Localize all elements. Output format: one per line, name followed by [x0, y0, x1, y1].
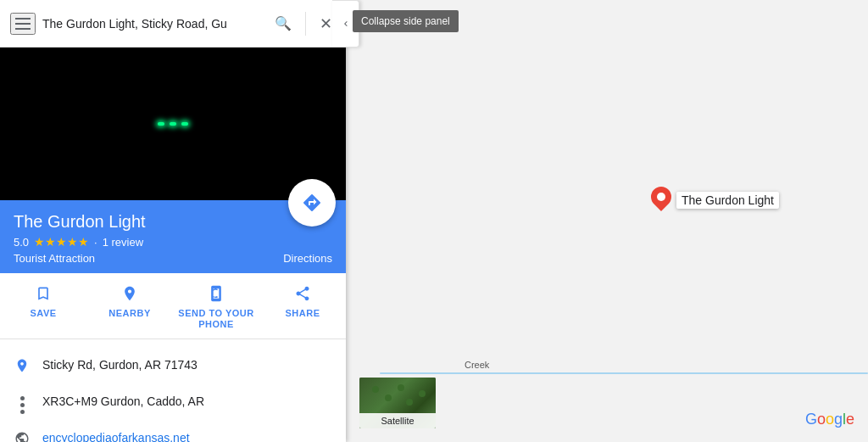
google-g2: g [834, 411, 843, 428]
nearby-label: NEARBY [108, 308, 150, 319]
detail-plus-code: XR3C+M9 Gurdon, Caddo, AR [0, 386, 346, 422]
satellite-label: Satellite [359, 413, 436, 428]
website-link[interactable]: encyclopediaofarkansas.net [42, 431, 190, 442]
send-to-phone-icon [208, 285, 225, 305]
website-text[interactable]: encyclopediaofarkansas.net [42, 431, 332, 442]
send-to-phone-label: SEND TO YOUR PHONE [178, 308, 254, 330]
nearby-button[interactable]: NEARBY [86, 273, 173, 338]
search-divider [305, 12, 306, 36]
rating-stars: ★★★★★ [34, 235, 89, 249]
sat-tree-5 [419, 390, 426, 397]
google-logo: Google [805, 411, 854, 428]
share-icon [294, 285, 311, 305]
menu-button[interactable] [10, 13, 36, 35]
save-icon [35, 285, 52, 305]
save-label: SAVE [30, 308, 56, 319]
share-button[interactable]: SHARE [259, 273, 346, 338]
marker-pin [651, 187, 671, 214]
plus-code-icon [14, 394, 31, 414]
nearby-icon [121, 285, 138, 305]
share-label: SHARE [285, 308, 320, 319]
detail-address: Sticky Rd, Gurdon, AR 71743 [0, 350, 346, 386]
sat-tree-4 [406, 399, 413, 406]
night-lights-decoration [158, 122, 188, 126]
road-label: Creek [465, 360, 489, 370]
map-road [380, 372, 868, 374]
google-g: G [805, 411, 817, 428]
directions-label[interactable]: Directions [283, 252, 332, 265]
directions-icon [302, 193, 322, 213]
marker-label: The Gurdon Light [676, 192, 779, 209]
hero-section: The Gurdon Light 5.0 ★★★★★ · 1 review To… [0, 48, 346, 273]
google-e: e [846, 411, 854, 428]
google-o1: o [817, 411, 826, 428]
place-rating: 5.0 ★★★★★ · 1 review [14, 235, 332, 249]
google-o2: o [826, 411, 834, 428]
sat-tree-1 [372, 386, 379, 393]
map-background[interactable]: Creek The Gurdon Light Satellite Google [346, 0, 868, 442]
action-buttons: SAVE NEARBY SEND TO YOUR PHONE SHARE [0, 273, 346, 339]
sat-tree-2 [385, 394, 392, 401]
address-icon [14, 358, 31, 378]
send-to-phone-button[interactable]: SEND TO YOUR PHONE [173, 273, 259, 338]
search-button[interactable]: 🔍 [271, 12, 295, 35]
directions-float-button[interactable] [288, 179, 336, 227]
place-name: The Gurdon Light [14, 212, 332, 232]
address-text: Sticky Rd, Gurdon, AR 71743 [42, 358, 332, 372]
plus-code-text: XR3C+M9 Gurdon, Caddo, AR [42, 394, 332, 408]
collapse-arrow-icon [341, 19, 351, 29]
website-icon [14, 431, 31, 442]
map-area[interactable]: Collapse side panel Creek The Gurdon Lig… [346, 0, 868, 442]
review-count-text: 1 review [103, 236, 143, 249]
search-input[interactable] [42, 17, 264, 31]
review-count: · [94, 236, 97, 249]
save-button[interactable]: SAVE [0, 273, 86, 338]
details-list: Sticky Rd, Gurdon, AR 71743 XR3C+M9 Gurd… [0, 339, 346, 442]
search-bar: 🔍 ✕ [0, 0, 346, 48]
collapse-tooltip: Collapse side panel [353, 10, 459, 32]
hero-image[interactable] [0, 48, 346, 200]
rating-value: 5.0 [14, 236, 29, 249]
satellite-thumbnail[interactable]: Satellite [359, 378, 436, 428]
left-panel: 🔍 ✕ The Gurdon Light 5.0 ★★★★★ · 1 revie… [0, 0, 346, 442]
sat-tree-3 [398, 384, 404, 391]
detail-website[interactable]: encyclopediaofarkansas.net [0, 422, 346, 442]
map-marker: The Gurdon Light [651, 187, 779, 214]
